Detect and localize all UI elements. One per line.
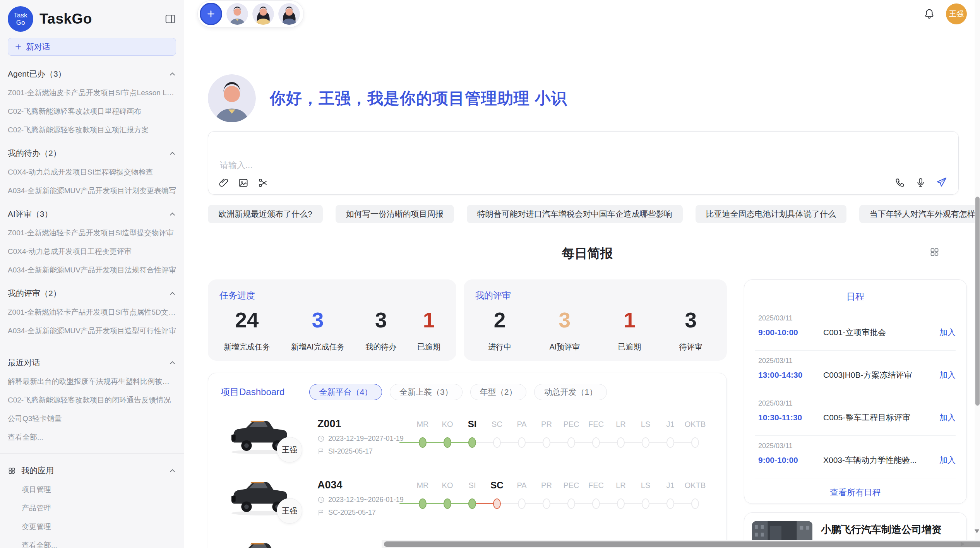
- chevron-up-icon[interactable]: [169, 359, 176, 366]
- paperclip-icon[interactable]: [218, 178, 229, 188]
- horizontal-scrollbar[interactable]: [382, 540, 980, 548]
- send-icon[interactable]: [936, 176, 947, 188]
- vertical-scrollbar-thumb[interactable]: [975, 197, 980, 406]
- new-chat-button[interactable]: 新对话: [8, 38, 176, 56]
- phone-icon[interactable]: [895, 177, 905, 188]
- milestone-dot: [642, 437, 649, 448]
- stat-label: 待评审: [679, 342, 702, 352]
- app-title: TaskGo: [39, 11, 92, 27]
- flag-icon: [317, 509, 325, 516]
- add-member-button[interactable]: [200, 3, 222, 25]
- milestone-dot: [543, 498, 550, 509]
- join-event-link[interactable]: 加入: [939, 455, 956, 466]
- join-event-link[interactable]: 加入: [939, 412, 956, 423]
- milestone-label: PR: [534, 416, 559, 433]
- milestone-dot: [691, 498, 699, 509]
- chevron-up-icon[interactable]: [169, 70, 176, 78]
- milestone-dot: [642, 498, 649, 509]
- stat-value: 1: [618, 308, 641, 332]
- project-date-range: 2023-12-19~2026-01-19: [317, 496, 410, 504]
- sidebar-item[interactable]: C0X4-动力总成开发项目SI里程碑提交物检查: [8, 167, 176, 177]
- sidebar-item[interactable]: A034-全新新能源MUV产品开发项目计划变更表编写: [8, 186, 176, 196]
- dashboard-title: 项目Dashboard: [221, 386, 284, 398]
- suggestion-chip[interactable]: 特朗普可能对进口汽车增税会对中国车企造成哪些影响: [467, 205, 683, 223]
- mic-icon[interactable]: [915, 177, 926, 188]
- app-item[interactable]: 变更管理: [22, 522, 176, 532]
- image-icon[interactable]: [238, 178, 248, 188]
- recent-section-header[interactable]: 最近对话: [8, 357, 176, 368]
- dashboard-filter-pill[interactable]: 全新平台（4）: [309, 384, 382, 400]
- milestone-sc: SC: [485, 477, 509, 509]
- project-row[interactable]: 王强A0342023-12-19~2026-01-19SC-2025-05-17…: [208, 477, 726, 538]
- chevron-up-icon[interactable]: [169, 150, 176, 157]
- event-date: 2025/03/11: [758, 314, 956, 322]
- sidebar-item[interactable]: C02-飞腾新能源轻客改款项目里程碑画布: [8, 106, 176, 116]
- project-code: A034: [317, 479, 410, 491]
- scissors-icon[interactable]: [258, 178, 268, 188]
- dashboard-filter-pill[interactable]: 动总开发（1）: [534, 384, 607, 400]
- stat-label: 进行中: [488, 342, 511, 352]
- my-apps-header[interactable]: 我的应用: [8, 465, 176, 476]
- sidebar-item[interactable]: C02-飞腾新能源轻客改款项目立项汇报方案: [8, 125, 176, 135]
- view-all-schedule-link[interactable]: 查看所有日程: [755, 487, 956, 498]
- suggestion-chip[interactable]: 欧洲新规最近颁布了什么?: [208, 205, 323, 223]
- milestone-label: MR: [410, 416, 435, 433]
- vertical-scrollbar[interactable]: [975, 0, 980, 540]
- sidebar-section-title: AI评审（3）: [8, 209, 53, 219]
- chevron-up-icon[interactable]: [169, 211, 176, 218]
- app-item[interactable]: 项目管理: [22, 485, 176, 495]
- recent-conversation-item[interactable]: C02-飞腾新能源轻客改款项目的闭环通告反馈情况: [8, 395, 176, 405]
- milestone-label: MR: [410, 477, 435, 494]
- sidebar-section-header[interactable]: Agent已办（3）: [8, 68, 176, 79]
- schedule-event: 2025/03/1113:00-14:30C003|H0B-方案冻结评审加入: [755, 351, 956, 393]
- scroll-right-arrow-icon[interactable]: [961, 542, 965, 546]
- milestone-fec: FEC: [584, 477, 608, 509]
- view-all-conversations-link[interactable]: 查看全部...: [8, 432, 176, 442]
- app-item[interactable]: 产品管理: [22, 503, 176, 513]
- join-event-link[interactable]: 加入: [939, 327, 956, 338]
- join-event-link[interactable]: 加入: [939, 370, 956, 380]
- sidebar-section-header[interactable]: 我的评审（2）: [8, 288, 176, 299]
- user-avatar[interactable]: 王强: [946, 3, 967, 24]
- chevron-up-icon[interactable]: [169, 467, 176, 474]
- horizontal-scrollbar-thumb[interactable]: [384, 541, 980, 547]
- sidebar-item[interactable]: C0X4-动力总成开发项目工程变更评审: [8, 247, 176, 257]
- milestone-label: OKTB: [683, 416, 708, 433]
- sidebar-item[interactable]: A034-全新新能源MUV产品开发项目造型可行性评审: [8, 326, 176, 336]
- layout-grid-icon[interactable]: [929, 247, 940, 257]
- suggestion-chip[interactable]: 如何写一份清晰的项目周报: [336, 205, 454, 223]
- stat-card: 我的评审2进行中3AI预评审1已逾期3待评审: [464, 279, 727, 361]
- recent-conversation-item[interactable]: 解释最新出台的欧盟报废车法规再生塑料比例被调至15%...: [8, 377, 176, 387]
- sidebar-item[interactable]: Z001-全新燃油皮卡产品开发项目SI节点Lesson Learn报告: [8, 88, 176, 98]
- milestone-dot: [592, 498, 600, 509]
- plus-icon: [206, 9, 216, 19]
- bell-icon[interactable]: [923, 8, 935, 20]
- dashboard-filter-pill[interactable]: 年型（2）: [470, 384, 527, 400]
- sidebar-item[interactable]: Z001-全新燃油轻卡产品开发项目SI节点属性5D文件评审: [8, 307, 176, 317]
- recent-conversation-item[interactable]: 公司Q3轻卡销量: [8, 414, 176, 424]
- stat: 1已逾期: [618, 308, 641, 352]
- message-composer[interactable]: 请输入...: [208, 131, 959, 195]
- member-avatar-2[interactable]: [252, 3, 274, 25]
- project-row[interactable]: 王强Z0012023-12-19~2027-01-19SI-2025-05-17…: [208, 416, 726, 477]
- sidebar-section-header[interactable]: AI评审（3）: [8, 209, 176, 219]
- dashboard-filter-pill[interactable]: 全新上装（3）: [390, 384, 463, 400]
- view-all-apps-link[interactable]: 查看全部...: [22, 540, 176, 548]
- dashboard-columns: 任务进度24新增完成任务3新增AI完成任务3我的待办1已逾期我的评审2进行中3A…: [208, 279, 967, 548]
- sidebar-item[interactable]: A034-全新新能源MUV产品开发项目法规符合性评审: [8, 265, 176, 275]
- scroll-down-arrow-icon[interactable]: [975, 529, 979, 533]
- project-flag: SI-2025-05-17: [317, 447, 410, 456]
- sidebar-item[interactable]: Z001-全新燃油轻卡产品开发项目SI造型提交物评审: [8, 228, 176, 238]
- chevron-up-icon[interactable]: [169, 290, 176, 297]
- member-avatar-3[interactable]: [278, 3, 300, 25]
- suggestion-chip[interactable]: 当下年轻人对汽车外观有怎样的喜好趋势: [859, 205, 980, 223]
- member-avatar-1[interactable]: [226, 3, 248, 25]
- sidebar-section-header[interactable]: 我的待办（2）: [8, 148, 176, 159]
- stat: 2进行中: [488, 308, 511, 352]
- sidebar-collapse-icon[interactable]: [164, 13, 176, 25]
- suggestion-chip[interactable]: 比亚迪全固态电池计划具体说了什么: [696, 205, 846, 223]
- milestone-label: PA: [509, 477, 534, 494]
- milestone-label: PEC: [559, 477, 584, 494]
- project-info: A0342023-12-19~2026-01-19SC-2025-05-17: [317, 479, 410, 517]
- sidebar-divider: [0, 347, 184, 347]
